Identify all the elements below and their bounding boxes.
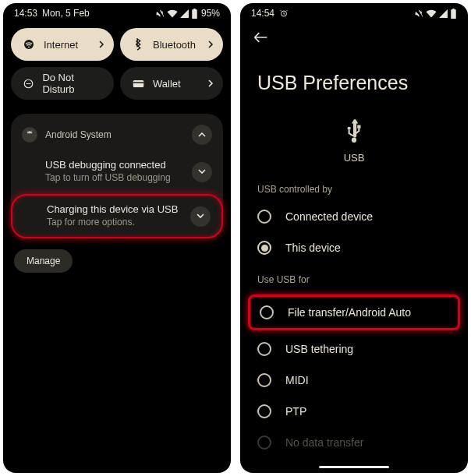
radio-usb-tethering[interactable]: USB tethering xyxy=(240,333,468,365)
qs-tile-internet[interactable]: Internet xyxy=(11,28,114,61)
status-bar: 14:53 Mon, 5 Feb 95% xyxy=(3,3,231,20)
radio-icon xyxy=(257,435,271,450)
wifi-icon xyxy=(426,9,437,19)
wallet-icon xyxy=(131,79,145,89)
arrow-left-icon xyxy=(253,31,268,44)
notification-usb-debugging[interactable]: USB debugging connected Tap to turn off … xyxy=(11,151,223,192)
section-controlled-by: USB controlled by xyxy=(240,181,468,201)
radio-file-transfer[interactable]: File transfer/Android Auto xyxy=(250,297,458,328)
collapse-button[interactable] xyxy=(192,125,212,145)
notification-title: USB debugging connected xyxy=(45,159,212,171)
radio-label: USB tethering xyxy=(285,343,353,355)
usb-hero-label: USB xyxy=(240,152,468,164)
expand-button[interactable] xyxy=(190,206,211,227)
android-icon xyxy=(22,127,37,143)
quick-settings: Internet Bluetooth Do Not Disturb Wallet xyxy=(3,20,231,104)
radio-icon xyxy=(257,342,271,356)
svg-rect-4 xyxy=(133,80,143,87)
svg-rect-5 xyxy=(133,82,143,83)
radio-icon xyxy=(257,373,271,387)
radio-label: Connected device xyxy=(285,210,373,223)
phone-notification-shade: 14:53 Mon, 5 Feb 95% Internet Bluetooth … xyxy=(3,3,231,473)
status-icons xyxy=(414,9,457,19)
page-title: USB Preferences xyxy=(240,50,468,115)
notification-subtitle: Tap to turn off USB debugging xyxy=(45,172,212,183)
alarm-icon xyxy=(279,9,289,18)
highlighted-option: File transfer/Android Auto xyxy=(248,294,460,330)
radio-this-device[interactable]: This device xyxy=(240,232,468,263)
back-button[interactable] xyxy=(253,33,268,46)
notification-subtitle: Tap for more options. xyxy=(47,217,211,227)
status-bar: 14:54 xyxy=(240,3,468,20)
chevron-up-icon xyxy=(198,132,206,138)
status-icons: 95% xyxy=(155,8,220,19)
radio-selected-icon xyxy=(257,241,271,255)
qs-tile-dnd[interactable]: Do Not Disturb xyxy=(11,67,114,100)
radio-label: This device xyxy=(285,242,341,254)
manage-label: Manage xyxy=(27,256,60,266)
status-date: Mon, 5 Feb xyxy=(42,8,90,19)
qs-tile-bluetooth[interactable]: Bluetooth xyxy=(120,28,223,61)
radio-label: File transfer/Android Auto xyxy=(288,306,411,319)
bluetooth-icon xyxy=(131,38,145,51)
phone-usb-preferences: 14:54 USB Preferences USB USB controlled… xyxy=(240,3,468,473)
radio-label: No data transfer xyxy=(285,436,363,449)
notification-title: Charging this device via USB xyxy=(47,203,211,215)
radio-icon xyxy=(260,305,274,319)
chevron-right-icon xyxy=(208,78,214,90)
chevron-down-icon xyxy=(198,169,206,175)
notification-header[interactable]: Android System xyxy=(11,118,223,151)
wifi-icon xyxy=(167,9,178,19)
radio-icon xyxy=(257,404,271,418)
svg-rect-8 xyxy=(357,125,360,129)
manage-button[interactable]: Manage xyxy=(14,249,73,273)
radio-label: MIDI xyxy=(285,374,309,386)
chevron-right-icon xyxy=(99,39,104,51)
chevron-down-icon xyxy=(197,213,204,219)
radio-connected-device[interactable]: Connected device xyxy=(240,201,468,232)
radio-no-data-transfer[interactable]: No data transfer xyxy=(240,427,468,458)
qs-label: Do Not Disturb xyxy=(42,72,103,95)
qs-label: Internet xyxy=(44,39,78,51)
radio-label: PTP xyxy=(285,405,306,418)
notification-group: Android System USB debugging connected T… xyxy=(11,114,223,238)
status-time: 14:54 xyxy=(251,8,274,19)
qs-label: Bluetooth xyxy=(153,39,196,51)
signal-icon xyxy=(438,9,448,19)
radio-icon xyxy=(257,210,271,224)
mute-icon xyxy=(414,9,424,19)
usb-hero: USB xyxy=(240,115,468,181)
radio-midi[interactable]: MIDI xyxy=(240,365,468,396)
qs-tile-wallet[interactable]: Wallet xyxy=(120,67,223,100)
battery-icon xyxy=(450,9,457,19)
notification-charging-usb[interactable]: Charging this device via USB Tap for mor… xyxy=(11,194,223,238)
wifi-icon xyxy=(22,38,36,51)
expand-button[interactable] xyxy=(192,162,212,182)
section-use-for: Use USB for xyxy=(240,271,468,291)
gesture-nav-bar[interactable] xyxy=(319,466,389,468)
battery-percent: 95% xyxy=(201,8,220,19)
usb-icon xyxy=(344,118,364,144)
svg-point-1 xyxy=(28,46,30,48)
battery-icon xyxy=(191,9,198,19)
signal-icon xyxy=(179,9,189,19)
svg-point-9 xyxy=(352,138,356,143)
svg-point-7 xyxy=(348,127,351,130)
notification-app-name: Android System xyxy=(45,129,112,140)
chevron-right-icon xyxy=(208,39,214,51)
qs-label: Wallet xyxy=(153,78,181,90)
mute-icon xyxy=(155,9,165,19)
dnd-icon xyxy=(22,78,34,90)
status-time: 14:53 xyxy=(14,8,37,19)
radio-ptp[interactable]: PTP xyxy=(240,396,468,427)
